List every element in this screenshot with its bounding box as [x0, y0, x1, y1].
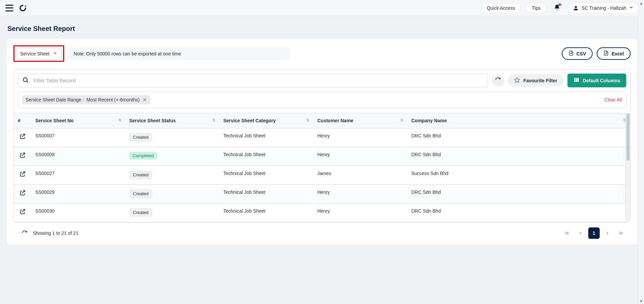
pager-next[interactable]: [602, 227, 613, 239]
pager: 1: [561, 227, 627, 239]
favourite-filter-label: Favourite Filter: [523, 78, 557, 83]
status-badge: Created: [129, 133, 152, 141]
scrollbar-thumb[interactable]: [627, 114, 630, 161]
filter-chip-remove[interactable]: [142, 97, 147, 102]
quick-access-button[interactable]: Quick Access: [481, 3, 521, 13]
cell-status: Completed: [125, 147, 219, 166]
cell-no: SS00007: [31, 128, 125, 147]
sort-icon[interactable]: [306, 118, 310, 124]
pager-first[interactable]: [561, 227, 573, 239]
table-container: Favourite Filter Default Columns Service…: [13, 69, 631, 223]
col-service-sheet-no[interactable]: Service Sheet No: [31, 113, 125, 128]
open-row-icon[interactable]: [19, 152, 26, 159]
pager-prev[interactable]: [575, 227, 586, 239]
cell-company: DRC Sdn Bhd: [407, 147, 630, 166]
cell-company: DRC Sdn Bhd: [407, 204, 630, 222]
cell-status: Created: [125, 204, 219, 222]
svg-marker-6: [514, 78, 519, 83]
pager-last[interactable]: [615, 227, 627, 239]
table-scrollbar[interactable]: [626, 113, 630, 222]
export-csv-button[interactable]: CSV: [562, 47, 593, 60]
excel-label: Excel: [611, 51, 624, 56]
status-badge: Created: [129, 208, 152, 217]
chevron-down-icon: [53, 51, 57, 56]
refresh-button[interactable]: [492, 75, 504, 87]
col-category[interactable]: Service Sheet Category: [219, 113, 313, 128]
col-label: Service Sheet Status: [129, 118, 176, 123]
page-scrollbar[interactable]: ▴ ▾: [638, 0, 644, 304]
export-note: Note: Only 50000 rows can be exported at…: [68, 48, 290, 60]
default-columns-button[interactable]: Default Columns: [567, 74, 626, 87]
sort-icon[interactable]: [212, 118, 216, 124]
cell-status: Created: [125, 185, 219, 204]
cell-company: DRC Sdn Bhd: [407, 128, 630, 147]
open-row-icon[interactable]: [19, 133, 26, 140]
svg-rect-9: [578, 78, 579, 82]
cell-category: Technical Job Sheet: [219, 185, 313, 204]
cell-company: DRC Sdn Bhd: [407, 185, 630, 204]
pager-page-1[interactable]: 1: [588, 227, 600, 239]
svg-point-0: [25, 5, 26, 7]
tips-button[interactable]: Tips: [526, 3, 546, 13]
table-row: SS00008CompletedTechnical Job SheetHenry…: [14, 147, 630, 166]
sort-icon[interactable]: [118, 118, 122, 124]
user-menu[interactable]: SC Training - Hafizah: [568, 3, 639, 13]
chevron-down-icon: [629, 5, 634, 11]
filter-chip[interactable]: Service Sheet Date Range : Most Recent (…: [22, 95, 150, 104]
status-badge: Created: [129, 189, 152, 198]
cell-category: Technical Job Sheet: [219, 128, 313, 147]
app-logo[interactable]: [19, 4, 27, 12]
select-label: Service Sheet: [20, 51, 49, 56]
filter-chip-label: Service Sheet Date Range :: [26, 97, 84, 102]
cell-no: SS00008: [31, 147, 125, 166]
cell-no: SS00029: [31, 185, 125, 204]
svg-rect-8: [576, 78, 577, 82]
file-excel-icon: [603, 50, 609, 57]
cell-no: SS00030: [31, 204, 125, 222]
page-title: Service Sheet Report: [7, 25, 637, 33]
col-label: Customer Name: [317, 118, 353, 123]
cell-no: SS00027: [31, 166, 125, 185]
report-type-select[interactable]: Service Sheet: [16, 48, 62, 59]
col-customer[interactable]: Customer Name: [313, 113, 407, 128]
col-hash[interactable]: #: [14, 113, 31, 128]
open-row-icon[interactable]: [19, 189, 26, 196]
menu-icon[interactable]: [5, 5, 13, 11]
search-box[interactable]: [18, 74, 488, 87]
svg-rect-7: [574, 78, 576, 82]
favourite-filter-button[interactable]: Favourite Filter: [508, 74, 563, 87]
footer-refresh-button[interactable]: [21, 230, 28, 236]
filter-chip-value: Most Recent (+-6months): [87, 97, 140, 102]
status-badge: Completed: [129, 152, 157, 160]
columns-icon: [573, 77, 580, 84]
col-label: Company Name: [411, 118, 447, 123]
status-badge: Created: [129, 171, 152, 179]
table-footer: Showing 1 to 21 of 21 1: [13, 223, 631, 240]
csv-label: CSV: [577, 51, 586, 56]
star-icon: [514, 77, 520, 84]
notification-dot-icon: [558, 3, 561, 6]
cell-status: Created: [125, 166, 219, 185]
sort-icon[interactable]: [400, 118, 404, 124]
export-excel-button[interactable]: Excel: [597, 47, 631, 60]
user-icon: [573, 5, 579, 11]
cell-company: Success Sdn Bhd: [407, 166, 630, 185]
scroll-down-icon[interactable]: ▾: [638, 298, 644, 304]
svg-point-4: [23, 78, 27, 82]
showing-text: Showing 1 to 21 of 21: [33, 230, 78, 236]
scroll-up-icon[interactable]: ▴: [638, 0, 644, 6]
col-label: Service Sheet No: [35, 118, 74, 123]
svg-line-5: [27, 81, 28, 83]
notifications-button[interactable]: [552, 3, 562, 13]
col-status[interactable]: Service Sheet Status: [125, 113, 219, 128]
col-company[interactable]: Company Name: [407, 113, 630, 128]
clear-all-filters[interactable]: Clear All: [604, 97, 622, 102]
open-row-icon[interactable]: [19, 208, 26, 215]
default-columns-label: Default Columns: [583, 78, 620, 83]
table-row: SS00027CreatedTechnical Job SheetJamesSu…: [14, 166, 630, 185]
open-row-icon[interactable]: [19, 171, 26, 177]
cell-category: Technical Job Sheet: [219, 204, 313, 222]
refresh-icon: [495, 77, 501, 84]
cell-customer: Henry: [313, 204, 407, 222]
search-input[interactable]: [33, 77, 484, 84]
